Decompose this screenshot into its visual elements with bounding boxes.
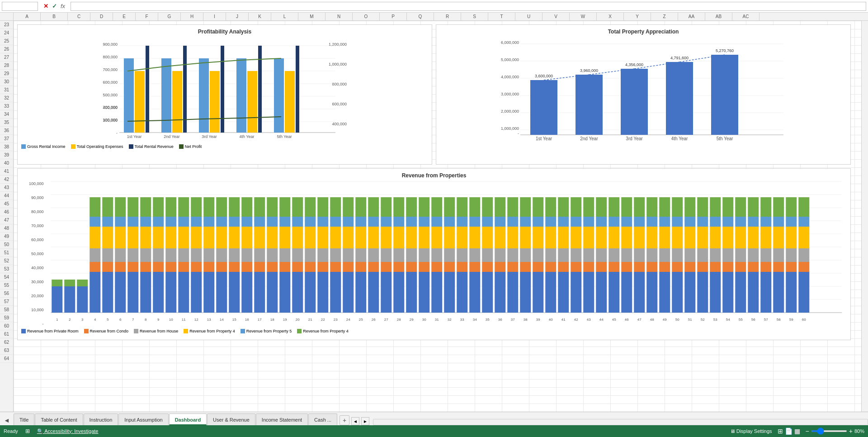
svg-rect-110 <box>115 197 126 217</box>
tab-income-statement[interactable]: Income Statement <box>256 413 308 425</box>
col-header-z[interactable]: Z <box>651 13 678 20</box>
page-break-btn[interactable]: ▦ <box>794 428 800 435</box>
row-56: 56 <box>0 290 13 298</box>
svg-rect-103 <box>102 217 113 227</box>
legend-private-room-label: Revenue from Private Room <box>27 329 79 333</box>
svg-rect-205 <box>317 217 328 227</box>
zoom-out[interactable]: − <box>806 428 809 435</box>
page-layout-btn[interactable]: 📄 <box>785 428 793 435</box>
right-scrollbar[interactable] <box>861 21 868 412</box>
confirm-icon[interactable]: ✓ <box>52 3 57 10</box>
sheet-nav-right[interactable]: ► <box>361 417 369 425</box>
col-header-k[interactable]: K <box>249 13 271 20</box>
svg-rect-321 <box>571 272 581 313</box>
col-header-aa[interactable]: AA <box>678 13 705 20</box>
col-header-b[interactable]: B <box>41 13 68 20</box>
col-header-l[interactable]: L <box>271 13 298 20</box>
tab-user-revenue[interactable]: User & Revenue <box>207 413 255 425</box>
tab-table-of-content[interactable]: Table of Content <box>35 413 83 425</box>
legend-net-profit: Net Profit <box>179 144 202 149</box>
col-header-h[interactable]: H <box>181 13 203 20</box>
accessibility-text[interactable]: 🔍 Accessibility: Investigate <box>37 428 99 434</box>
col-header-s[interactable]: S <box>461 13 488 20</box>
col-header-ab[interactable]: AB <box>705 13 732 20</box>
svg-text:1st Year: 1st Year <box>536 136 552 141</box>
sheet-content[interactable]: Profitability Analysis 900,000 800,000 7… <box>14 21 861 412</box>
sheet-nav-left[interactable]: ◄ <box>351 417 359 425</box>
legend-private-room: Revenue from Private Room <box>21 329 79 333</box>
col-header-p[interactable]: P <box>380 13 407 20</box>
tab-title[interactable]: Title <box>14 413 34 425</box>
svg-text:700,000: 700,000 <box>103 67 118 72</box>
svg-text:-: - <box>518 131 519 136</box>
col-header-m[interactable]: M <box>298 13 326 20</box>
svg-rect-111 <box>127 272 138 313</box>
col-header-w[interactable]: W <box>570 13 597 20</box>
tab-cash[interactable]: Cash ... <box>308 413 337 425</box>
tab-add[interactable]: ◄ <box>2 415 12 425</box>
svg-rect-141 <box>191 272 202 313</box>
svg-rect-279 <box>482 272 493 313</box>
function-icon[interactable]: fx <box>61 3 65 10</box>
row-38: 38 <box>0 143 13 151</box>
col-header-t[interactable]: T <box>488 13 515 20</box>
svg-rect-157 <box>216 217 227 227</box>
col-header-j[interactable]: J <box>226 13 249 20</box>
svg-rect-366 <box>659 227 670 248</box>
svg-rect-119 <box>140 248 151 262</box>
svg-text:4,791,600: 4,791,600 <box>670 56 689 60</box>
svg-rect-250 <box>419 262 429 272</box>
svg-rect-195 <box>305 272 316 313</box>
col-header-f[interactable]: F <box>136 13 158 20</box>
col-header-y[interactable]: Y <box>624 13 651 20</box>
svg-rect-230 <box>368 197 379 217</box>
svg-rect-98 <box>90 197 100 217</box>
svg-rect-430 <box>798 262 809 272</box>
tab-input-assumption[interactable]: Input Assumption <box>118 413 168 425</box>
svg-rect-99 <box>102 272 113 313</box>
col-header-e[interactable]: E <box>113 13 136 20</box>
svg-rect-309 <box>545 272 556 313</box>
profitability-title: Profitability Analysis <box>21 28 428 35</box>
zoom-slider[interactable] <box>811 430 847 432</box>
svg-rect-210 <box>330 227 341 248</box>
col-header-g[interactable]: G <box>158 13 181 20</box>
col-header-q[interactable]: Q <box>407 13 434 20</box>
svg-rect-316 <box>558 262 569 272</box>
svg-rect-114 <box>127 227 138 248</box>
col-header-d[interactable]: D <box>90 13 113 20</box>
normal-view-btn[interactable]: ⊞ <box>778 428 783 435</box>
svg-text:900,000: 900,000 <box>103 42 118 47</box>
svg-rect-418 <box>773 262 784 272</box>
col-header-r[interactable]: R <box>434 13 461 20</box>
svg-rect-401 <box>735 248 746 262</box>
svg-rect-317 <box>558 248 569 262</box>
svg-text:2nd Year: 2nd Year <box>580 136 598 141</box>
col-header-n[interactable]: N <box>326 13 353 20</box>
col-header-o[interactable]: O <box>353 13 380 20</box>
col-header-v[interactable]: V <box>542 13 570 20</box>
tab-new[interactable]: + <box>340 415 349 425</box>
svg-rect-414 <box>760 227 771 248</box>
col-header-ac[interactable]: AC <box>732 13 760 20</box>
formula-input[interactable] <box>71 2 866 11</box>
col-header-c[interactable]: C <box>68 13 90 20</box>
corner-cell <box>0 13 14 20</box>
svg-text:60: 60 <box>802 318 806 322</box>
col-header-i[interactable]: I <box>203 13 226 20</box>
display-settings[interactable]: 🖥 Display Settings <box>730 428 772 434</box>
col-header-x[interactable]: X <box>597 13 624 20</box>
horizontal-scrollbar[interactable] <box>373 419 868 425</box>
tab-instruction[interactable]: Instruction <box>84 413 118 425</box>
cancel-icon[interactable]: ✕ <box>43 3 48 10</box>
tab-dashboard[interactable]: Dashboard <box>169 413 207 425</box>
svg-rect-381 <box>697 272 708 313</box>
cell-reference[interactable]: A1 <box>2 2 38 11</box>
row-60: 60 <box>0 322 13 330</box>
col-header-u[interactable]: U <box>515 13 542 20</box>
sheet-nav-controls: ◄ ► <box>351 417 369 425</box>
svg-text:6: 6 <box>119 318 122 322</box>
zoom-in[interactable]: + <box>849 428 853 435</box>
col-header-a[interactable]: A <box>14 13 41 20</box>
svg-rect-109 <box>115 217 126 227</box>
